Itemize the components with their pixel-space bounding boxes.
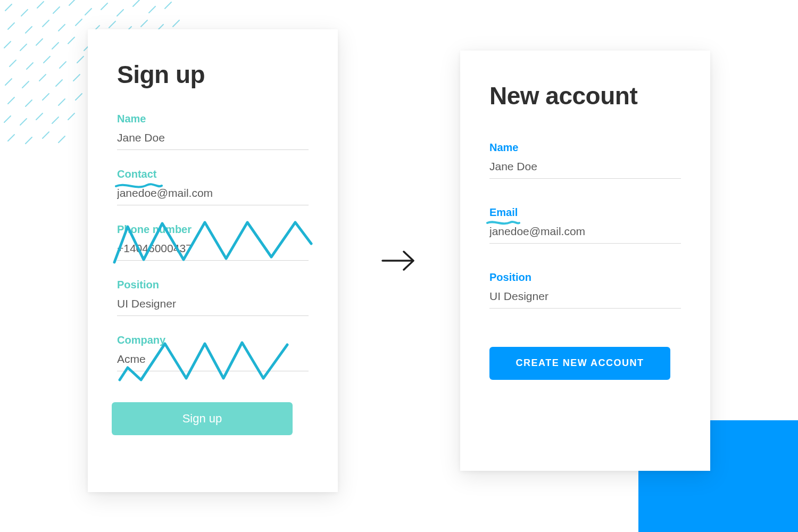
name-label: Name — [117, 113, 309, 125]
contact-input[interactable] — [117, 185, 309, 205]
signup-card: Sign up Name Contact Phone number Positi… — [88, 29, 338, 492]
name-input-right[interactable] — [489, 158, 681, 179]
phone-input[interactable] — [117, 240, 309, 261]
field-position: Position — [117, 279, 309, 316]
company-input[interactable] — [117, 351, 309, 371]
position-label-right: Position — [489, 271, 681, 284]
create-account-button[interactable]: CREATE NEW ACCOUNT — [489, 347, 670, 380]
position-input-right[interactable] — [489, 288, 681, 309]
new-account-card: New account Name Email Position CREATE N… — [460, 51, 710, 471]
new-account-title: New account — [489, 82, 681, 110]
position-input[interactable] — [117, 295, 309, 316]
name-label-right: Name — [489, 142, 681, 154]
company-label: Company — [117, 334, 309, 346]
field-company: Company — [117, 334, 309, 371]
field-name: Name — [117, 113, 309, 150]
position-label: Position — [117, 279, 309, 291]
contact-label: Contact — [117, 168, 309, 180]
name-input[interactable] — [117, 129, 309, 150]
field-contact: Contact — [117, 168, 309, 205]
field-position-right: Position — [489, 271, 681, 309]
phone-label: Phone number — [117, 223, 309, 236]
field-phone: Phone number — [117, 223, 309, 261]
signup-button[interactable]: Sign up — [112, 402, 293, 435]
signup-title: Sign up — [117, 61, 309, 88]
email-input-right[interactable] — [489, 223, 681, 244]
field-email-right: Email — [489, 206, 681, 244]
field-name-right: Name — [489, 142, 681, 179]
email-label-right: Email — [489, 206, 681, 219]
arrow-icon — [380, 248, 418, 273]
